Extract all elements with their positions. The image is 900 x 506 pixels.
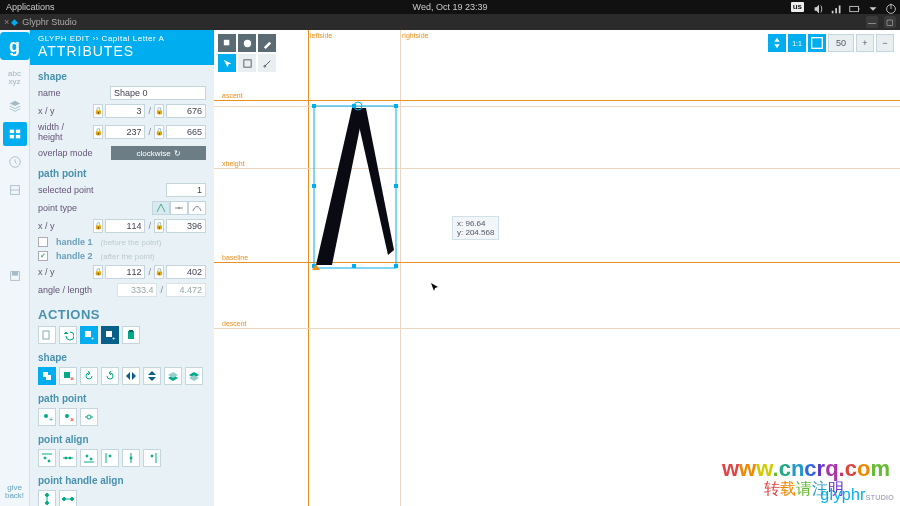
svg-point-55: [71, 498, 74, 501]
action-add-shape-icon[interactable]: +: [80, 326, 98, 344]
shape-flipv-icon[interactable]: [143, 367, 161, 385]
shape-h-input[interactable]: [166, 125, 206, 139]
tool-resize-icon[interactable]: [238, 54, 256, 72]
zoom-value[interactable]: 50: [828, 34, 854, 52]
zoom-in-icon[interactable]: +: [856, 34, 874, 52]
power-icon[interactable]: [884, 2, 894, 12]
zoom-1to1-icon[interactable]: 1:1: [788, 34, 806, 52]
svg-point-54: [63, 498, 66, 501]
selected-point-input[interactable]: [166, 183, 206, 197]
rail-save-icon[interactable]: [3, 264, 27, 288]
battery-icon[interactable]: [848, 2, 858, 12]
tool-add-oval-icon[interactable]: [238, 34, 256, 52]
tool-pen-edit-icon[interactable]: [258, 54, 276, 72]
minimize-icon[interactable]: —: [866, 16, 878, 28]
tool-arrow-icon[interactable]: [218, 54, 236, 72]
handle1-hint: (before the point): [101, 238, 162, 247]
lock-y-icon[interactable]: 🔒: [154, 104, 164, 118]
handle2-x-input[interactable]: [105, 265, 145, 279]
shape-front-icon[interactable]: [164, 367, 182, 385]
signal-icon[interactable]: [830, 2, 840, 12]
handle1-row[interactable]: handle 1 (before the point): [30, 235, 214, 249]
brand-logo: glyphrSTUDIO: [820, 486, 894, 504]
handle-align-v-icon[interactable]: [38, 490, 56, 506]
handle2-checkbox[interactable]: ✔: [38, 251, 48, 261]
lock-h2x-icon[interactable]: 🔒: [93, 265, 103, 279]
handle2-y-input[interactable]: [166, 265, 206, 279]
point-x-input[interactable]: [105, 219, 145, 233]
overlap-mode-button[interactable]: clockwise ↻: [111, 146, 206, 160]
label-selected-point: selected point: [38, 185, 108, 195]
shape-rotright-icon[interactable]: [101, 367, 119, 385]
maximize-icon[interactable]: ▢: [884, 16, 896, 28]
tool-add-rect-icon[interactable]: [218, 34, 236, 52]
actions-heading: ACTIONS: [30, 299, 214, 324]
align-bot-icon[interactable]: [80, 449, 98, 467]
point-add-icon[interactable]: +: [38, 408, 56, 426]
glyph-canvas[interactable]: ascent xheight baseline descent leftside…: [214, 30, 900, 506]
rail-history-icon[interactable]: [3, 150, 27, 174]
svg-rect-2: [839, 6, 841, 14]
shape-duplicate-icon[interactable]: [38, 367, 56, 385]
svg-rect-4: [859, 8, 860, 10]
rail-abc-icon[interactable]: abcxyz: [3, 66, 27, 90]
breadcrumb[interactable]: GLYPH EDIT ›› Capital Letter A: [38, 34, 206, 43]
app-logo-icon[interactable]: g: [0, 32, 30, 60]
action-paste-icon[interactable]: [122, 326, 140, 344]
menu-applications[interactable]: Applications: [6, 2, 55, 12]
point-delete-icon[interactable]: ×: [59, 408, 77, 426]
shape-x-input[interactable]: [105, 104, 145, 118]
shape-rotleft-icon[interactable]: [80, 367, 98, 385]
window-tab[interactable]: ◆ Glyphr Studio: [11, 17, 77, 27]
point-y-input[interactable]: [166, 219, 206, 233]
point-type-flat-icon[interactable]: [170, 201, 188, 215]
svg-point-28: [44, 414, 48, 418]
action-undo-icon[interactable]: [59, 326, 77, 344]
os-top-bar: Applications Wed, Oct 19 23:39 us: [0, 0, 900, 14]
shape-back-icon[interactable]: [185, 367, 203, 385]
handle-align-h-icon[interactable]: [59, 490, 77, 506]
shape-name-input[interactable]: [110, 86, 206, 100]
point-type-symmetric-icon[interactable]: [188, 201, 206, 215]
zoom-out-icon[interactable]: −: [876, 34, 894, 52]
rail-guides-icon[interactable]: [3, 178, 27, 202]
action-add-component-icon[interactable]: +: [101, 326, 119, 344]
lock-h2y-icon[interactable]: 🔒: [154, 265, 164, 279]
volume-icon[interactable]: [812, 2, 822, 12]
label-handle2-xy: x / y: [38, 267, 89, 277]
svg-text:+: +: [49, 416, 53, 423]
shape-y-input[interactable]: [166, 104, 206, 118]
lock-h-icon[interactable]: 🔒: [154, 125, 164, 139]
align-left-icon[interactable]: [101, 449, 119, 467]
lang-indicator-icon[interactable]: us: [791, 2, 804, 12]
handle1-checkbox[interactable]: [38, 237, 48, 247]
lock-px-icon[interactable]: 🔒: [93, 219, 103, 233]
view-toolbar: 1:1 50 + −: [768, 34, 894, 52]
point-type-corner-icon[interactable]: [152, 201, 170, 215]
handle2-row[interactable]: ✔ handle 2 (after the point): [30, 249, 214, 263]
align-right-icon[interactable]: [143, 449, 161, 467]
lock-py-icon[interactable]: 🔒: [154, 219, 164, 233]
action-copy-icon[interactable]: [38, 326, 56, 344]
shape-w-input[interactable]: [105, 125, 145, 139]
rail-layers-icon[interactable]: [3, 94, 27, 118]
tool-pen-icon[interactable]: [258, 34, 276, 52]
align-top-icon[interactable]: [38, 449, 56, 467]
shape-fliph-icon[interactable]: [122, 367, 140, 385]
svg-rect-9: [9, 135, 13, 139]
rail-attributes-icon[interactable]: [3, 122, 27, 146]
align-mid-icon[interactable]: [59, 449, 77, 467]
cursor-tooltip: x: 96.64 y: 204.568: [452, 216, 499, 240]
zoom-fit-icon[interactable]: [768, 34, 786, 52]
zoom-em-icon[interactable]: [808, 34, 826, 52]
label-overlap: overlap mode: [38, 148, 107, 158]
label-baseline: baseline: [222, 254, 248, 261]
chevron-down-icon[interactable]: [866, 2, 876, 12]
lock-x-icon[interactable]: 🔒: [93, 104, 103, 118]
give-back-link[interactable]: give back!: [5, 480, 24, 506]
point-reset-icon[interactable]: [80, 408, 98, 426]
align-center-icon[interactable]: [122, 449, 140, 467]
lock-w-icon[interactable]: 🔒: [93, 125, 103, 139]
glyph-shape[interactable]: [308, 100, 428, 280]
shape-delete-icon[interactable]: ×: [59, 367, 77, 385]
